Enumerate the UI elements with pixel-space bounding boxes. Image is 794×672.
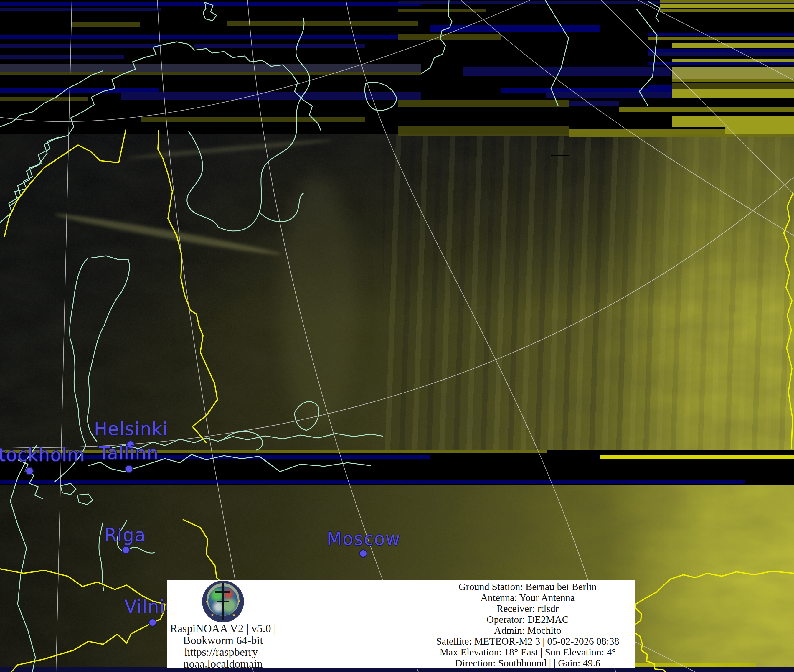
raspinoaa-version-text: RaspiNOAA V2 | v5.0 |Bookworm 64-bithttp… bbox=[167, 622, 279, 670]
raspinoaa-panel: ★ ★ ★ ★ RaspiNOAA V2 | v5.0 |Bookworm 64… bbox=[167, 580, 279, 669]
logo-star-icon: ★ bbox=[210, 613, 214, 617]
city-dot-tallinn bbox=[125, 465, 133, 473]
satellite-image-viewport: StockholmHelsinkiTallinnRigaMoscowVilniu… bbox=[0, 0, 794, 672]
pass-details-text: Ground Station: Bernau bei BerlinAntenna… bbox=[420, 580, 635, 669]
city-dot-stockholm bbox=[26, 467, 34, 475]
city-dot-moscow bbox=[359, 549, 367, 558]
pass-detail-line: Ground Station: Bernau bei Berlin bbox=[420, 581, 635, 592]
city-dot-riga bbox=[122, 546, 130, 554]
pass-detail-line: Receiver: rtlsdr bbox=[420, 603, 635, 614]
ground-station-info-box: ★ ★ ★ ★ RaspiNOAA V2 | v5.0 |Bookworm 64… bbox=[167, 580, 636, 669]
raspinoaa-text-line: https://raspberry- bbox=[167, 646, 279, 658]
city-label-tallinn: Tallinn bbox=[99, 443, 159, 463]
logo-antenna-icon bbox=[222, 583, 224, 620]
raspinoaa-text-line: Bookworm 64-bit bbox=[167, 634, 279, 646]
raspinoaa-text-line: noaa.localdomain bbox=[167, 658, 279, 670]
pass-detail-line: Antenna: Your Antenna bbox=[420, 592, 635, 603]
city-label-riga: Riga bbox=[104, 525, 146, 545]
raspinoaa-text-line: RaspiNOAA V2 | v5.0 | bbox=[167, 622, 279, 634]
logo-star-icon: ★ bbox=[205, 599, 209, 604]
map-overlay-svg bbox=[0, 0, 794, 672]
logo-star-icon: ★ bbox=[237, 599, 241, 604]
city-label-moscow: Moscow bbox=[327, 528, 401, 549]
pass-detail-line: Direction: Southbound | | Gain: 49.6 bbox=[420, 658, 635, 669]
pass-detail-line: Max Elevation: 18° East | Sun Elevation:… bbox=[420, 646, 635, 658]
logo-star-icon: ★ bbox=[232, 613, 236, 617]
city-dot-vilnius bbox=[149, 618, 157, 627]
pass-detail-line: Operator: DE2MAC bbox=[420, 614, 635, 625]
city-label-stockholm: Stockholm bbox=[0, 445, 85, 465]
city-label-helsinki: Helsinki bbox=[94, 419, 168, 439]
raspinoaa-weather-satellite-logo: ★ ★ ★ ★ bbox=[202, 581, 244, 622]
pass-detail-line: Satellite: METEOR-M2 3 | 05-02-2026 08:3… bbox=[420, 636, 635, 646]
pass-detail-line: Admin: Mochito bbox=[420, 625, 635, 636]
